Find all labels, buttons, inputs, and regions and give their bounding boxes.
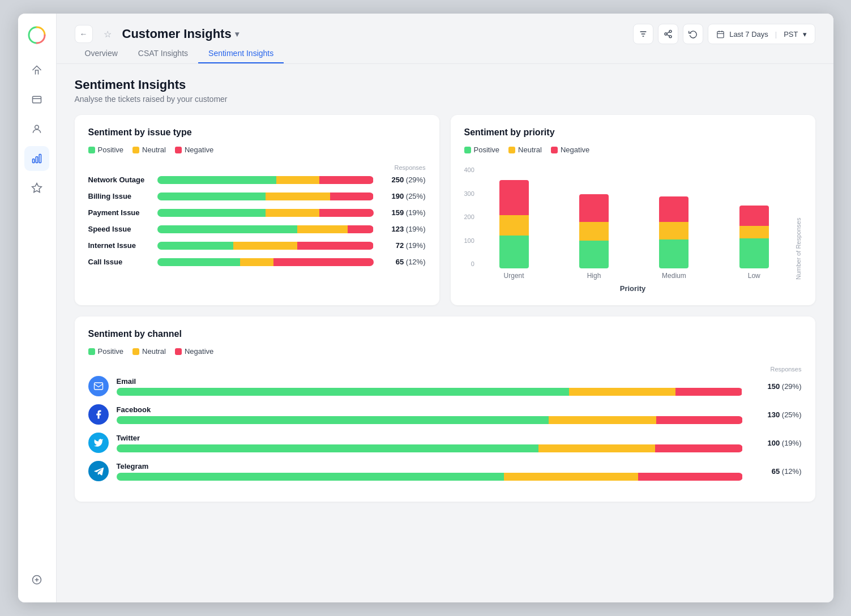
priority-card: Sentiment by priority Positive Neutral xyxy=(451,115,815,305)
channel-row: Email 150 (29%) xyxy=(88,376,802,396)
issue-type-row: Payment Issue 159 (19%) xyxy=(88,208,426,217)
issue-type-row: Speed Issue 123 (19%) xyxy=(88,225,426,233)
channel-row: Telegram 65 (12%) xyxy=(88,461,802,481)
page-title: Customer Insights ▾ xyxy=(122,27,239,41)
responses-label: Responses xyxy=(380,164,426,171)
issue-type-row: Internet Issue 72 (19%) xyxy=(88,241,426,250)
legend-negative: Negative xyxy=(175,146,213,154)
header-actions: Last 7 Days | PST ▾ xyxy=(633,24,815,44)
issue-type-row: Billing Issue 190 (25%) xyxy=(88,192,426,200)
svg-rect-4 xyxy=(39,155,41,163)
svg-point-7 xyxy=(669,30,672,32)
channel-row: Twitter 100 (19%) xyxy=(88,433,802,453)
sidebar-item-home[interactable] xyxy=(24,58,49,83)
sidebar-item-tickets[interactable] xyxy=(24,87,49,112)
filter-button[interactable] xyxy=(633,24,653,44)
svg-point-1 xyxy=(35,125,39,129)
sidebar xyxy=(18,14,57,602)
channel-legend-neutral: Neutral xyxy=(132,347,166,356)
sentiment-insights-title: Sentiment Insights xyxy=(75,78,815,92)
channel-card: Sentiment by channel Positive Neutral Ne… xyxy=(75,316,815,502)
issue-type-legend: Positive Neutral Negative xyxy=(88,146,426,154)
sidebar-item-reports[interactable] xyxy=(24,146,49,171)
sidebar-item-contacts[interactable] xyxy=(24,117,49,142)
priority-legend-neutral: Neutral xyxy=(508,146,542,154)
share-button[interactable] xyxy=(658,24,678,44)
legend-neutral: Neutral xyxy=(132,146,166,154)
channel-icon-telegram xyxy=(88,461,109,481)
svg-point-8 xyxy=(665,33,667,35)
channel-legend-negative: Negative xyxy=(175,347,213,356)
svg-rect-11 xyxy=(94,383,102,390)
priority-title: Sentiment by priority xyxy=(464,127,802,138)
svg-rect-2 xyxy=(33,159,35,163)
issue-type-title: Sentiment by issue type xyxy=(88,127,426,138)
tab-csat[interactable]: CSAT Insights xyxy=(128,44,198,63)
channel-icon-twitter xyxy=(88,433,109,453)
channel-responses-label: Responses xyxy=(751,366,802,373)
issue-type-row: Call Issue 65 (12%) xyxy=(88,258,426,266)
channel-legend-positive: Positive xyxy=(88,347,124,356)
svg-rect-3 xyxy=(36,157,37,163)
sentiment-insights-subtitle: Analyse the tickets raised by your custo… xyxy=(75,95,815,104)
channel-icon-email xyxy=(88,376,109,396)
date-range-button[interactable]: Last 7 Days | PST ▾ xyxy=(708,24,815,44)
svg-rect-10 xyxy=(717,31,724,37)
main-content: ← ☆ Customer Insights ▾ xyxy=(57,14,833,602)
channel-title: Sentiment by channel xyxy=(88,329,802,339)
legend-positive: Positive xyxy=(88,146,124,154)
issue-type-rows: Network Outage 250 (29%) Billing Issue 1… xyxy=(88,176,426,266)
x-axis-label: Priority xyxy=(464,284,802,293)
tab-sentiment[interactable]: Sentiment Insights xyxy=(198,44,284,63)
header: ← ☆ Customer Insights ▾ xyxy=(57,14,833,44)
svg-rect-0 xyxy=(33,96,41,103)
svg-point-9 xyxy=(669,36,672,38)
tab-overview[interactable]: Overview xyxy=(75,44,128,63)
svg-marker-5 xyxy=(32,183,42,192)
channel-icon-facebook xyxy=(88,404,109,425)
sidebar-item-favorites[interactable] xyxy=(24,176,49,200)
back-button[interactable]: ← xyxy=(75,25,93,43)
content-area: Sentiment Insights Analyse the tickets r… xyxy=(57,64,833,602)
issue-type-card: Sentiment by issue type Positive Neutral xyxy=(75,115,439,305)
tab-bar: Overview CSAT Insights Sentiment Insight… xyxy=(57,44,833,64)
refresh-button[interactable] xyxy=(683,24,703,44)
sidebar-item-add[interactable] xyxy=(24,567,49,592)
date-chevron-icon: ▾ xyxy=(803,30,807,38)
star-button[interactable]: ☆ xyxy=(99,25,117,43)
priority-legend-negative: Negative xyxy=(551,146,589,154)
channel-row: Facebook 130 (25%) xyxy=(88,404,802,425)
charts-row: Sentiment by issue type Positive Neutral xyxy=(75,115,815,305)
priority-legend: Positive Neutral Negative xyxy=(464,146,802,154)
sidebar-logo xyxy=(25,24,48,46)
channel-rows: Email 150 (29%) Facebook 130 (25%) Twitt… xyxy=(88,376,802,481)
title-chevron-icon[interactable]: ▾ xyxy=(235,29,239,38)
channel-legend: Positive Neutral Negative xyxy=(88,347,802,356)
issue-type-row: Network Outage 250 (29%) xyxy=(88,176,426,184)
priority-legend-positive: Positive xyxy=(464,146,500,154)
priority-chart-container: 0100200300400 xyxy=(464,164,802,293)
